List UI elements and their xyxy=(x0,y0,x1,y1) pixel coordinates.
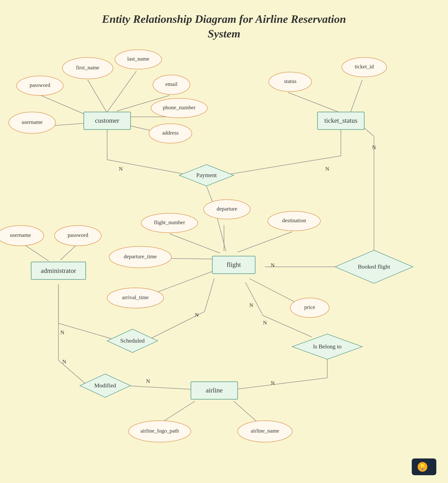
cardinality-n2: N xyxy=(195,312,199,318)
svg-line-31 xyxy=(58,323,119,341)
entity-ticket-status-label: ticket_status xyxy=(324,117,357,124)
entity-administrator-label: administrator xyxy=(41,267,76,274)
svg-line-37 xyxy=(234,378,327,389)
rel-modified-label: Modified xyxy=(94,382,116,388)
attr-arrival-time-label: arrival_time xyxy=(122,294,149,300)
creately-badge: 💡 xyxy=(412,459,436,475)
attr-flight-number-label: flight_number xyxy=(154,219,185,225)
cardinality-n4: N xyxy=(325,166,329,172)
svg-line-19 xyxy=(238,232,292,252)
entity-airline-label: airline xyxy=(206,387,223,394)
attr-first-name-label: first_name xyxy=(76,64,99,71)
entity-flight-label: flight xyxy=(226,261,241,268)
svg-line-12 xyxy=(223,156,341,175)
rel-is-belong-to-label: Is Belong to xyxy=(313,343,342,350)
attr-phone-number-label: phone_number xyxy=(163,104,196,111)
attr-address-label: address xyxy=(162,130,179,136)
entity-customer-label: customer xyxy=(95,117,120,124)
cardinality-n8: N xyxy=(271,380,275,386)
attr-status-label: status xyxy=(284,78,296,84)
attr-email-label: email xyxy=(165,81,177,87)
svg-line-38 xyxy=(125,386,195,389)
attr-airline-logo-label: airline_logo_path xyxy=(140,428,179,434)
attr-destination-label: destination xyxy=(282,217,306,223)
attr-price-label: price xyxy=(304,304,315,310)
svg-line-10 xyxy=(351,80,362,112)
cardinality-n11: N xyxy=(249,302,253,308)
attr-username-admin-label: username xyxy=(10,232,31,238)
svg-line-34 xyxy=(160,401,195,424)
svg-line-26 xyxy=(245,282,263,316)
svg-line-1 xyxy=(107,71,136,112)
attr-password-cust-label: password xyxy=(30,82,50,88)
svg-line-24 xyxy=(205,278,214,312)
svg-line-27 xyxy=(263,316,312,337)
svg-line-9 xyxy=(288,93,341,113)
cardinality-n9: N xyxy=(62,358,66,364)
attr-username-cust-label: username xyxy=(22,119,42,125)
creately-icon: 💡 xyxy=(418,462,427,472)
attr-departure-label: departure xyxy=(216,206,237,212)
attr-airline-name-label: airline_name xyxy=(251,428,279,434)
svg-line-28 xyxy=(25,245,49,261)
attr-ticket-id-label: ticket_id xyxy=(355,63,374,70)
rel-booked-flight-label: Booked flight xyxy=(358,263,390,270)
svg-line-17 xyxy=(169,234,220,253)
svg-line-35 xyxy=(234,401,259,424)
svg-line-0 xyxy=(88,80,107,113)
cardinality-n7: N xyxy=(263,320,267,326)
cardinality-n6: N xyxy=(372,144,376,150)
rel-scheduled-label: Scheduled xyxy=(120,337,145,344)
cardinality-n10: N xyxy=(146,378,150,384)
cardinality-n12: N xyxy=(271,262,275,268)
attr-last-name-label: last_name xyxy=(127,56,149,62)
svg-line-29 xyxy=(60,245,76,260)
attr-departure-time-label: departure_time xyxy=(124,253,157,259)
rel-payment-label: Payment xyxy=(196,172,217,178)
cardinality-n1: N xyxy=(60,329,64,335)
attr-password-admin-label: password xyxy=(68,232,88,238)
cardinality-n3: N xyxy=(119,166,123,172)
page-container: Entity Relationship Diagram for Airline … xyxy=(0,0,448,483)
